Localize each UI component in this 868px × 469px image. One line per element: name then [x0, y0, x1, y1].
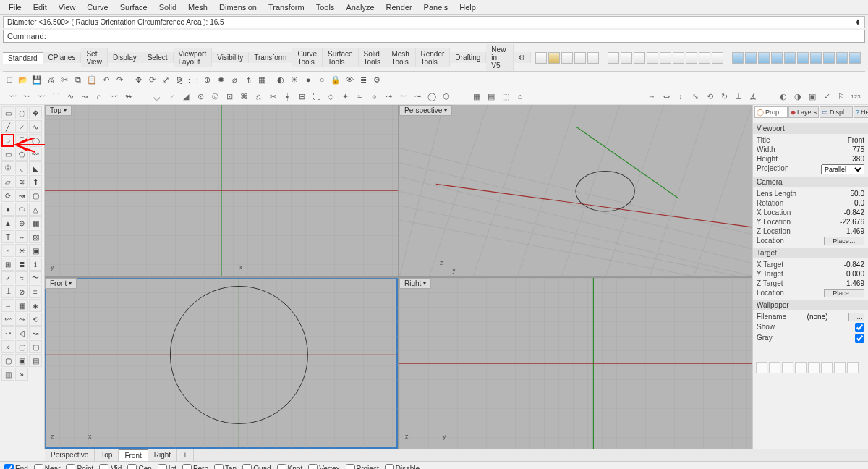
- new-icon[interactable]: □: [3, 73, 16, 86]
- viewport-front-dropdown-icon[interactable]: ▾: [69, 280, 72, 287]
- split-icon[interactable]: ⋔: [242, 73, 255, 86]
- crv18-icon[interactable]: ⎌: [252, 90, 265, 103]
- crv28-icon[interactable]: ⬳: [396, 90, 409, 103]
- dim7-icon[interactable]: ⊥: [732, 90, 745, 103]
- osnap-knot[interactable]: Knot: [277, 464, 303, 469]
- extend-tool-icon[interactable]: →: [1, 299, 14, 312]
- group-tool-icon[interactable]: ⊞: [1, 258, 14, 271]
- render1-icon[interactable]: ◐: [777, 90, 790, 103]
- mini-icon-8[interactable]: [847, 362, 859, 373]
- box-tool-icon[interactable]: ▢: [29, 189, 42, 202]
- ellipse-tool-icon[interactable]: ◯: [29, 134, 42, 147]
- project-tool-icon[interactable]: ⟘: [1, 285, 14, 298]
- osnap-vertex[interactable]: Vertex: [308, 464, 339, 469]
- undo-icon[interactable]: ↶: [99, 73, 112, 86]
- crv9-icon[interactable]: ↬: [122, 90, 135, 103]
- crv25-icon[interactable]: ≈: [353, 90, 366, 103]
- rect-tool-icon[interactable]: ▭: [1, 148, 14, 161]
- tab-surfacetools[interactable]: Surface Tools: [323, 48, 358, 67]
- zext-icon[interactable]: ⌂: [514, 90, 527, 103]
- crv5-icon[interactable]: ∿: [64, 90, 77, 103]
- menu-solid[interactable]: Solid: [153, 1, 182, 13]
- cluster3-icon4[interactable]: [771, 52, 783, 64]
- dim3-icon[interactable]: ↕: [674, 90, 687, 103]
- pan-tool-icon[interactable]: ✥: [29, 106, 42, 119]
- btab-add[interactable]: +: [177, 449, 194, 461]
- render4-icon[interactable]: ✓: [820, 90, 833, 103]
- cut-icon[interactable]: ✂: [58, 73, 71, 86]
- rotate-icon[interactable]: ⟳: [145, 73, 158, 86]
- crv6-icon[interactable]: ↝: [78, 90, 91, 103]
- cluster3-icon9[interactable]: [836, 52, 848, 64]
- btab-top[interactable]: Top: [95, 449, 119, 461]
- cluster3-icon6[interactable]: [797, 52, 809, 64]
- render5-icon[interactable]: ⚐: [835, 90, 848, 103]
- cluster2-icon7[interactable]: [686, 52, 697, 64]
- tab-meshtools[interactable]: Mesh Tools: [386, 48, 415, 67]
- light-tool-icon[interactable]: ☀: [15, 244, 28, 257]
- cluster3-icon5[interactable]: [784, 52, 796, 64]
- box1-icon[interactable]: ▢: [15, 340, 28, 353]
- section-tool-icon[interactable]: ⊘: [15, 285, 28, 298]
- dim6-icon[interactable]: ↻: [718, 90, 731, 103]
- prop-yloc-value[interactable]: -22.676: [840, 218, 864, 226]
- prop-tgtloc-button[interactable]: Place…: [824, 289, 864, 297]
- layer-icon[interactable]: ≣: [357, 73, 370, 86]
- circle-tool-icon[interactable]: ○: [1, 134, 14, 147]
- rail-tool-icon[interactable]: ⤳: [15, 313, 28, 326]
- sweep-tool-icon[interactable]: ↝: [15, 189, 28, 202]
- menu-help[interactable]: Help: [454, 1, 482, 13]
- prop-zt-value[interactable]: -1.469: [844, 279, 864, 287]
- line-tool-icon[interactable]: ╱: [1, 120, 14, 133]
- match-tool-icon[interactable]: ≈: [15, 271, 28, 284]
- print-icon[interactable]: 🖨: [44, 73, 57, 86]
- hatch-tool-icon[interactable]: ▨: [29, 230, 42, 243]
- cluster3-icon3[interactable]: [758, 52, 770, 64]
- cluster2-icon4[interactable]: [647, 52, 658, 64]
- crv17-icon[interactable]: ⌘: [237, 90, 250, 103]
- crv2-icon[interactable]: 〰: [20, 90, 33, 103]
- tab-visibility[interactable]: Visibility: [212, 52, 249, 63]
- offset-tool-icon[interactable]: ⦾: [1, 161, 14, 174]
- paste-icon[interactable]: 📋: [85, 73, 98, 86]
- prop-height-value[interactable]: 380: [852, 155, 864, 163]
- tab-select[interactable]: Select: [142, 52, 174, 63]
- props-tool-icon[interactable]: ℹ: [29, 258, 42, 271]
- prop-lens-value[interactable]: 50.0: [851, 190, 864, 198]
- menu-file[interactable]: File: [3, 1, 27, 13]
- bend-tool-icon[interactable]: ⤻: [1, 326, 14, 339]
- lock-icon[interactable]: 🔒: [329, 73, 342, 86]
- viewport-front[interactable]: z x Front ▾: [45, 278, 398, 449]
- menu-transform[interactable]: Transform: [263, 1, 310, 13]
- cluster2-icon6[interactable]: [673, 52, 684, 64]
- tab-cplanes[interactable]: CPlanes: [43, 52, 82, 63]
- tab-solidtools[interactable]: Solid Tools: [359, 48, 387, 67]
- crv22-icon[interactable]: ⛶: [310, 90, 323, 103]
- blend-tool-icon[interactable]: 〜: [29, 271, 42, 284]
- tab-curvetools[interactable]: Curve Tools: [292, 48, 323, 67]
- prop-filename-browse-button[interactable]: …: [848, 313, 864, 321]
- polyline-tool-icon[interactable]: ⟋: [15, 120, 28, 133]
- prop-yt-value[interactable]: 0.000: [846, 270, 864, 278]
- crv30-icon[interactable]: ◯: [425, 90, 438, 103]
- command-input[interactable]: [49, 31, 864, 41]
- prop-filename-value[interactable]: (none): [807, 313, 828, 321]
- tab-newinv5[interactable]: New in V5: [486, 44, 514, 71]
- tab-rendertools[interactable]: Render Tools: [416, 48, 451, 67]
- menu-analyze[interactable]: Analyze: [340, 1, 380, 13]
- crv10-icon[interactable]: ⋯: [136, 90, 149, 103]
- crv16-icon[interactable]: ⊡: [223, 90, 236, 103]
- osnap-project[interactable]: Project: [346, 464, 379, 469]
- extrude-tool-icon[interactable]: ⬆: [29, 175, 42, 188]
- grid-icon[interactable]: ▦: [255, 73, 268, 86]
- dim2-icon[interactable]: ⇔: [660, 90, 673, 103]
- render6-icon[interactable]: 123: [849, 90, 862, 103]
- chamfer-tool-icon[interactable]: ◣: [29, 161, 42, 174]
- viewport-right-label[interactable]: Right ▾: [399, 278, 431, 289]
- viewport-right[interactable]: z y Right ▾: [399, 278, 752, 449]
- more2-icon[interactable]: »: [15, 368, 28, 381]
- taper-tool-icon[interactable]: ◁: [15, 326, 28, 339]
- lasso-tool-icon[interactable]: ◌: [15, 106, 28, 119]
- osnap-quad[interactable]: Quad: [242, 464, 271, 469]
- cluster2-icon[interactable]: [608, 52, 619, 64]
